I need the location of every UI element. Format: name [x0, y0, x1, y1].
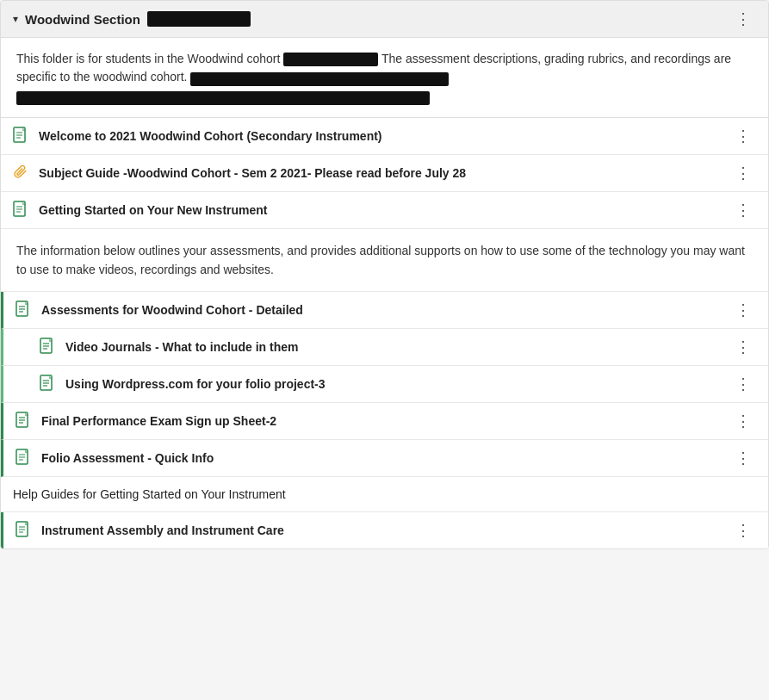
woodwind-section-container: ▾ Woodwind Section ⋮ This folder is for …: [0, 0, 769, 549]
list-item-final-exam-left: Final Performance Exam Sign up Sheet-2: [16, 412, 276, 431]
item-label-wordpress: Using Wordpress.com for your folio proje…: [65, 377, 326, 391]
item-label-video-journals: Video Journals - What to include in them: [65, 340, 298, 354]
list-item-folio-assessment-left: Folio Assessment - Quick Info: [16, 449, 214, 468]
item-label-final-exam: Final Performance Exam Sign up Sheet-2: [41, 414, 276, 428]
item-label-instrument-assembly: Instrument Assembly and Instrument Care: [41, 523, 284, 537]
item-more-button-getting-started[interactable]: ⋮: [730, 201, 756, 220]
item-label-subject-guide: Subject Guide -Woodwind Cohort - Sem 2 2…: [39, 166, 466, 180]
info-text: The information below outlines your asse…: [16, 244, 745, 276]
description-block: This folder is for students in the Woodw…: [1, 38, 768, 118]
section-header-left: ▾ Woodwind Section: [13, 11, 251, 27]
item-label-welcome: Welcome to 2021 Woodwind Cohort (Seconda…: [39, 129, 382, 143]
list-item-video-journals[interactable]: Video Journals - What to include in them…: [1, 329, 768, 366]
help-guides-heading-text: Help Guides for Getting Started on Your …: [13, 487, 286, 501]
list-item-getting-started[interactable]: Getting Started on Your New Instrument ⋮: [1, 192, 768, 229]
item-label-assessments: Assessments for Woodwind Cohort - Detail…: [41, 303, 303, 317]
doc-icon-getting-started: [13, 201, 30, 220]
item-more-button-video-journals[interactable]: ⋮: [730, 338, 756, 356]
doc-icon-instrument-assembly: [16, 521, 33, 540]
redacted-line-3: [16, 91, 430, 105]
description-text-before: This folder is for students in the Woodw…: [16, 52, 280, 65]
list-item-welcome[interactable]: Welcome to 2021 Woodwind Cohort (Seconda…: [1, 118, 768, 155]
list-item-wordpress-left: Using Wordpress.com for your folio proje…: [40, 375, 326, 393]
item-label-folio-assessment: Folio Assessment - Quick Info: [41, 451, 214, 465]
list-item-assessments-detailed[interactable]: Assessments for Woodwind Cohort - Detail…: [1, 292, 768, 329]
section-title: Woodwind Section: [25, 12, 140, 27]
list-item-folio-assessment[interactable]: Folio Assessment - Quick Info ⋮: [1, 440, 768, 477]
list-item-subject-guide-left: Subject Guide -Woodwind Cohort - Sem 2 2…: [13, 164, 466, 183]
attach-icon-subject-guide: [13, 164, 30, 183]
list-item-final-exam[interactable]: Final Performance Exam Sign up Sheet-2 ⋮: [1, 403, 768, 440]
doc-icon-final-exam: [16, 412, 33, 431]
list-item-getting-started-left: Getting Started on Your New Instrument: [13, 201, 268, 220]
doc-icon-assessments: [16, 300, 33, 319]
item-more-button-instrument-assembly[interactable]: ⋮: [730, 521, 756, 540]
item-label-getting-started: Getting Started on Your New Instrument: [39, 203, 268, 217]
doc-icon-video-journals: [40, 338, 57, 356]
redacted-line-2: [190, 72, 449, 86]
item-more-button-wordpress[interactable]: ⋮: [730, 375, 756, 393]
item-more-button-assessments[interactable]: ⋮: [730, 300, 756, 319]
help-guides-heading: Help Guides for Getting Started on Your …: [1, 477, 768, 512]
list-item-wordpress[interactable]: Using Wordpress.com for your folio proje…: [1, 366, 768, 403]
doc-icon-wordpress: [40, 375, 57, 393]
list-item-instrument-assembly[interactable]: Instrument Assembly and Instrument Care …: [1, 512, 768, 548]
redacted-section-name: [147, 11, 251, 27]
list-item-video-journals-left: Video Journals - What to include in them: [40, 338, 298, 356]
list-item-welcome-left: Welcome to 2021 Woodwind Cohort (Seconda…: [13, 127, 382, 146]
toggle-arrow-icon[interactable]: ▾: [13, 13, 18, 25]
item-more-button-welcome[interactable]: ⋮: [730, 127, 756, 146]
section-more-button[interactable]: ⋮: [730, 9, 756, 28]
redacted-cohort-name: [283, 53, 378, 66]
item-more-button-final-exam[interactable]: ⋮: [730, 412, 756, 431]
item-more-button-subject-guide[interactable]: ⋮: [730, 164, 756, 183]
doc-icon-folio-assessment: [16, 449, 33, 468]
info-block: The information below outlines your asse…: [1, 229, 768, 293]
doc-icon-welcome: [13, 127, 30, 146]
section-header: ▾ Woodwind Section ⋮: [1, 1, 768, 38]
list-item-assessments-left: Assessments for Woodwind Cohort - Detail…: [16, 300, 303, 319]
list-item-instrument-assembly-left: Instrument Assembly and Instrument Care: [16, 521, 284, 540]
item-more-button-folio-assessment[interactable]: ⋮: [730, 449, 756, 468]
list-item-subject-guide[interactable]: Subject Guide -Woodwind Cohort - Sem 2 2…: [1, 155, 768, 192]
